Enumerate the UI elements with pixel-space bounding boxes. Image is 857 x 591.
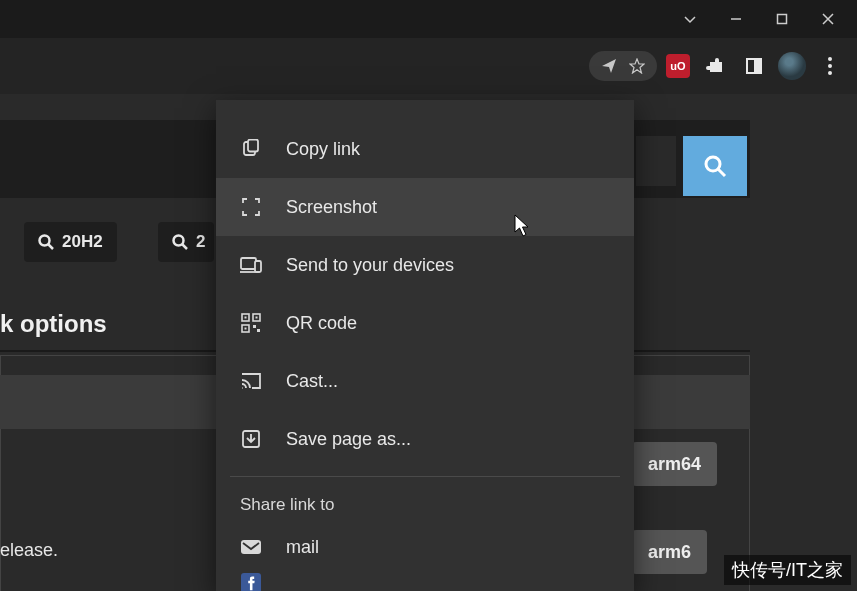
svg-line-10: [48, 244, 53, 249]
svg-rect-1: [778, 15, 787, 24]
svg-rect-25: [257, 329, 260, 332]
search-icon: [703, 154, 727, 178]
svg-point-4: [828, 57, 832, 61]
filter-chip-label: 20H2: [62, 232, 103, 252]
svg-rect-27: [241, 540, 261, 554]
menu-item-label: Save page as...: [286, 429, 411, 450]
svg-point-6: [828, 71, 832, 75]
menu-item-screenshot[interactable]: Screenshot: [216, 178, 634, 236]
search-icon: [38, 234, 54, 250]
menu-item-label: Send to your devices: [286, 255, 454, 276]
button-label: arm64: [648, 454, 701, 475]
svg-rect-3: [754, 59, 761, 73]
svg-line-8: [718, 169, 725, 176]
profile-avatar[interactable]: [775, 49, 809, 83]
facebook-icon: [240, 572, 262, 591]
share-target-label: mail: [286, 537, 319, 558]
menu-item-label: QR code: [286, 313, 357, 334]
share-menu: Copy link Screenshot Send to your device…: [216, 100, 634, 591]
ublock-badge: uO: [666, 54, 690, 78]
window-titlebar: [0, 0, 857, 38]
menu-item-send-devices[interactable]: Send to your devices: [216, 236, 634, 294]
star-icon: [629, 58, 645, 74]
qr-code-icon: [240, 312, 262, 334]
share-target-mail[interactable]: mail: [216, 521, 634, 573]
watermark: 快传号/IT之家: [724, 555, 851, 585]
window-close-button[interactable]: [805, 0, 851, 38]
menu-separator: [230, 476, 620, 477]
svg-line-12: [182, 244, 187, 249]
search-button[interactable]: [683, 136, 747, 196]
extensions-icon[interactable]: [699, 49, 733, 83]
copy-icon: [240, 138, 262, 160]
svg-rect-14: [248, 140, 258, 152]
filter-chip-20h2[interactable]: 20H2: [24, 222, 117, 262]
menu-item-copy-link[interactable]: Copy link: [216, 120, 634, 178]
filter-chip-label: 2: [196, 232, 205, 252]
share-link-header: Share link to: [216, 485, 634, 521]
svg-point-5: [828, 64, 832, 68]
window-minimize-button[interactable]: [713, 0, 759, 38]
share-target-facebook[interactable]: [216, 573, 634, 591]
tab-dropdown-button[interactable]: [667, 0, 713, 38]
ublock-extension-icon[interactable]: uO: [661, 49, 695, 83]
devices-icon: [240, 254, 262, 276]
svg-rect-19: [245, 317, 247, 319]
download-arm64-button[interactable]: arm64: [632, 442, 717, 486]
browser-menu-button[interactable]: [813, 49, 847, 83]
svg-rect-24: [253, 325, 256, 328]
window-maximize-button[interactable]: [759, 0, 805, 38]
filter-chip-2[interactable]: 2: [158, 222, 214, 262]
share-pill[interactable]: [589, 51, 657, 81]
mail-icon: [240, 536, 262, 558]
svg-point-7: [706, 157, 720, 171]
menu-item-label: Cast...: [286, 371, 338, 392]
menu-item-qr-code[interactable]: QR code: [216, 294, 634, 352]
menu-item-save-page[interactable]: Save page as...: [216, 410, 634, 468]
svg-rect-23: [245, 328, 247, 330]
search-gap: [636, 136, 676, 186]
cast-icon: [240, 370, 262, 392]
menu-item-cast[interactable]: Cast...: [216, 352, 634, 410]
reader-mode-icon[interactable]: [737, 49, 771, 83]
screenshot-icon: [240, 196, 262, 218]
svg-rect-21: [256, 317, 258, 319]
download-arm6-button[interactable]: arm6: [632, 530, 707, 574]
menu-item-label: Copy link: [286, 139, 360, 160]
svg-rect-15: [241, 258, 256, 269]
section-title: k options: [0, 310, 107, 338]
avatar-image: [778, 52, 806, 80]
release-text: elease.: [0, 540, 58, 561]
button-label: arm6: [648, 542, 691, 563]
browser-toolbar: uO: [0, 38, 857, 94]
svg-rect-17: [255, 261, 261, 272]
menu-item-label: Screenshot: [286, 197, 377, 218]
search-icon: [172, 234, 188, 250]
download-icon: [240, 428, 262, 450]
send-icon: [601, 58, 617, 74]
